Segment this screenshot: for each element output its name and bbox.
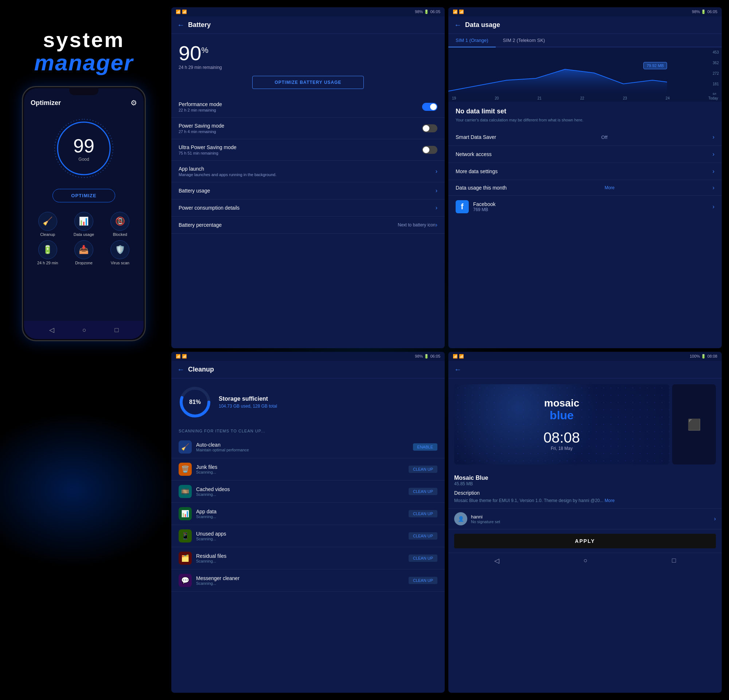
theme-back-nav[interactable]: ◁ xyxy=(494,557,500,565)
author-info: hanni No signature set xyxy=(471,514,500,524)
ultra-power-title: Ultra Power Saving mode xyxy=(179,144,422,150)
app-launch-row[interactable]: App launch Manage launches and apps runn… xyxy=(171,161,445,182)
theme-signal: 📶 📶 xyxy=(453,354,464,359)
cleanup-storage: 81% Storage sufficient 104.73 GB used, 1… xyxy=(171,378,445,426)
storage-title: Storage sufficient xyxy=(219,396,277,402)
data-usage-panel: 📶 📶 98% 🔋 06:05 ← Data usage SIM 1 (Oran… xyxy=(448,7,722,348)
grid-item-blocked[interactable]: 📵 Blocked xyxy=(104,212,137,237)
unused-apps-sub: Scanning... xyxy=(196,537,227,541)
battery-panel-header: ← Battery xyxy=(171,16,445,34)
chart-area: 453 362 272 181 91 0.0 79.92 MB xyxy=(448,47,722,95)
home-nav-icon[interactable]: ○ xyxy=(82,326,86,334)
storage-ring: 81% xyxy=(179,386,211,418)
junk-files-info: Junk files Scanning... xyxy=(196,464,217,474)
sim1-tab[interactable]: SIM 1 (Orange) xyxy=(448,34,496,47)
dropzone-icon: 📥 xyxy=(74,240,93,259)
grid-item-dropzone[interactable]: 📥 Dropzone xyxy=(67,240,100,265)
auto-clean-button[interactable]: ENABLE xyxy=(413,443,437,451)
power-saving-toggle[interactable] xyxy=(422,124,437,132)
battery-percent-sup: % xyxy=(201,46,209,55)
data-usage-month-row: Data usage this month More › xyxy=(448,180,722,196)
network-access-label: Network access xyxy=(456,151,492,157)
no-limit-title: No data limit set xyxy=(456,107,714,115)
auto-clean-sub: Maintain optimal performance xyxy=(196,448,249,452)
cached-videos-name: Cached videos xyxy=(196,487,230,492)
perf-mode-title: Performance mode xyxy=(179,101,422,107)
perf-mode-sub: 22 h 2 min remaining xyxy=(179,108,422,112)
logo-system: system xyxy=(34,29,134,50)
cleanup-back-button[interactable]: ← xyxy=(177,365,184,374)
du-signal: 📶 📶 xyxy=(453,9,464,14)
grid-item-virus-scan[interactable]: 🛡️ Virus scan xyxy=(104,240,137,265)
circle-container: 99 Good xyxy=(24,114,144,183)
residual-files-icon: 🗂️ xyxy=(179,552,192,565)
mosaic-clock: 08:08 xyxy=(543,430,580,446)
blocked-icon: 📵 xyxy=(110,212,129,231)
battery-label: 24 h 29 min xyxy=(37,261,58,265)
optimize-battery-button[interactable]: OPTIMIZE BATTERY USAGE xyxy=(252,76,363,89)
mosaic-title-line1: mosaic xyxy=(543,398,580,409)
sim2-tab[interactable]: SIM 2 (Telekom SK) xyxy=(496,34,553,46)
cached-videos-icon: 🎞️ xyxy=(179,485,192,498)
app-data-sub: Scanning... xyxy=(196,514,216,519)
theme-small-preview: ⬛ xyxy=(672,384,716,465)
chart-val-272: 272 xyxy=(713,71,719,76)
author-name: hanni xyxy=(471,514,500,520)
grid-item-battery[interactable]: 🔋 24 h 29 min xyxy=(31,240,64,265)
theme-recents-nav[interactable]: □ xyxy=(672,557,676,565)
messenger-cleaner-sub: Scanning... xyxy=(196,581,240,585)
apply-button[interactable]: APPLY xyxy=(454,534,716,548)
more-data-settings-row[interactable]: More data settings › xyxy=(448,163,722,180)
gear-icon[interactable]: ⚙ xyxy=(131,99,137,107)
facebook-row[interactable]: f Facebook 769 MB › xyxy=(448,196,722,218)
theme-previews: mosaic blue 08:08 Fri, 18 May ⬛ xyxy=(448,378,722,470)
auto-clean-name: Auto-clean xyxy=(196,442,249,448)
theme-home-nav[interactable]: ○ xyxy=(584,557,588,565)
more-data-settings-label: More data settings xyxy=(456,168,498,174)
cached-videos-button[interactable]: CLEAN UP xyxy=(409,488,437,495)
perf-mode-toggle[interactable] xyxy=(422,103,437,111)
date-21: 21 xyxy=(537,96,541,100)
battery-pct-row[interactable]: Battery percentage Next to battery icon … xyxy=(171,216,445,234)
battery-usage-row[interactable]: Battery usage › xyxy=(171,182,445,199)
no-limit-section: No data limit set Your carrier's data ca… xyxy=(448,102,722,129)
theme-header: ← xyxy=(448,361,722,378)
theme-more-link[interactable]: More xyxy=(605,498,614,503)
network-access-row[interactable]: Network access › xyxy=(448,146,722,163)
grid-item-cleanup[interactable]: 🧹 Cleanup xyxy=(31,212,64,237)
network-access-chevron: › xyxy=(713,151,714,157)
blocked-label: Blocked xyxy=(113,232,127,237)
theme-back-button[interactable]: ← xyxy=(454,365,462,374)
unused-apps-button[interactable]: CLEAN UP xyxy=(409,532,437,540)
data-usage-month-more[interactable]: More xyxy=(605,185,614,190)
phone-mockup: Optimizer ⚙ 99 Good OPTIM xyxy=(22,86,146,341)
power-consumption-row[interactable]: Power consumption details › xyxy=(171,199,445,216)
chart-val-91: 91 xyxy=(713,93,719,95)
score-circle: 99 Good xyxy=(49,114,118,183)
data-usage-back-button[interactable]: ← xyxy=(454,21,462,29)
junk-files-button[interactable]: CLEAN UP xyxy=(409,466,437,473)
facebook-name: Facebook xyxy=(473,201,495,207)
grid-item-data-usage[interactable]: 📊 Data usage xyxy=(67,212,100,237)
optimize-button[interactable]: OPTIMIZE xyxy=(52,189,115,202)
back-nav-icon[interactable]: ◁ xyxy=(49,326,54,334)
auto-clean-info: Auto-clean Maintain optimal performance xyxy=(196,442,249,452)
messenger-cleaner-button[interactable]: CLEAN UP xyxy=(409,577,437,584)
facebook-info: Facebook 769 MB xyxy=(473,201,495,212)
circle-inner: 99 Good xyxy=(49,114,118,183)
smart-data-saver-label: Smart Data Saver xyxy=(456,134,496,140)
smart-data-saver-row[interactable]: Smart Data Saver Off › xyxy=(448,129,722,146)
recents-nav-icon[interactable]: □ xyxy=(115,326,118,334)
residual-files-button[interactable]: CLEAN UP xyxy=(409,555,437,562)
auto-clean-item: 🧹 Auto-clean Maintain optimal performanc… xyxy=(171,436,445,458)
status-signal: 📶 📶 xyxy=(176,9,187,14)
app-data-item: 📊 App data Scanning... CLEAN UP xyxy=(171,503,445,525)
ultra-power-toggle[interactable] xyxy=(422,146,437,154)
battery-back-button[interactable]: ← xyxy=(177,21,184,29)
score-number: 99 xyxy=(73,135,94,157)
power-consumption-chevron: › xyxy=(436,205,437,211)
app-data-button[interactable]: CLEAN UP xyxy=(409,510,437,517)
cleanup-title: Cleanup xyxy=(188,366,214,373)
author-row[interactable]: 👤 hanni No signature set › xyxy=(448,508,722,529)
data-usage-status-bar: 📶 📶 98% 🔋 06:05 xyxy=(448,7,722,16)
